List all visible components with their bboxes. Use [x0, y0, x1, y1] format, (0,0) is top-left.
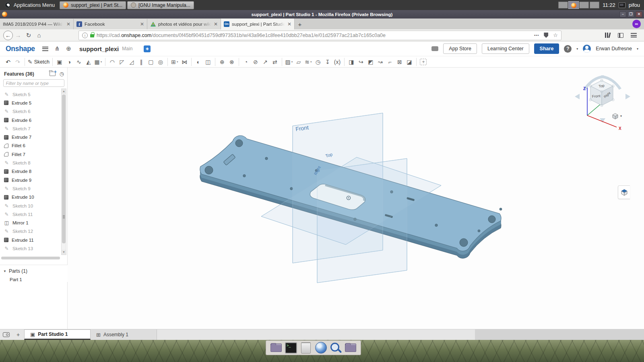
modify-fillet-icon[interactable]: ◔	[241, 58, 251, 66]
linear-pattern-icon[interactable]: ⊞	[170, 58, 180, 66]
scrollbar-thumb[interactable]	[62, 95, 66, 243]
https-lock-icon[interactable]	[90, 34, 94, 37]
parts-header[interactable]: ▼ Parts (1)	[3, 268, 68, 274]
mirror-icon[interactable]: ⋈	[180, 58, 189, 66]
comments-icon[interactable]	[431, 46, 438, 51]
library-icon[interactable]	[605, 33, 611, 38]
rib-icon[interactable]: ∥	[136, 58, 146, 66]
panel-flyout-button[interactable]	[618, 185, 630, 199]
back-button[interactable]: ←	[3, 31, 13, 40]
home-button[interactable]: ⌂	[34, 32, 44, 39]
help-caret-icon[interactable]: ▾	[576, 47, 578, 51]
reload-button[interactable]: ↻	[23, 32, 34, 39]
applications-menu-button[interactable]: Applications Menu	[0, 0, 60, 10]
create-version-icon[interactable]: ⊕	[66, 45, 71, 52]
feature-item[interactable]: Fillet 6	[0, 142, 61, 150]
feature-item[interactable]: Extrude 9	[0, 176, 61, 184]
forward-button[interactable]: →	[13, 32, 23, 39]
measure-icon[interactable]: ◷	[313, 58, 323, 66]
web-browser-icon[interactable]	[315, 342, 327, 354]
workspace-pager[interactable]	[558, 2, 599, 8]
document-badge-icon[interactable]: ◈	[144, 45, 151, 52]
sidebar-icon[interactable]	[618, 33, 623, 38]
minimize-button[interactable]: –	[619, 11, 626, 17]
boolean-icon[interactable]: ◐	[194, 58, 203, 66]
hole-icon[interactable]: ◎	[156, 58, 165, 66]
part-item[interactable]: Part 1	[3, 274, 68, 282]
import-icon[interactable]: ↧	[323, 58, 332, 66]
extrude-icon[interactable]: ▣	[55, 58, 64, 66]
feature-item[interactable]: Sketch 8	[0, 158, 61, 167]
search-icon[interactable]	[330, 342, 342, 354]
feature-item[interactable]: Extrude 5	[0, 99, 61, 107]
page-info-icon[interactable]: i	[82, 33, 88, 38]
onshape-menu-icon[interactable]	[42, 47, 48, 51]
feature-list-scrollbar[interactable]: ▲ ▼	[61, 88, 66, 255]
feature-item[interactable]: Sketch 13	[0, 244, 61, 253]
taskbar-window-gimp[interactable]: [GNU Image Manipula...	[127, 1, 194, 9]
custom-feature-icon[interactable]: +	[419, 58, 428, 66]
scroll-down-icon[interactable]: ▼	[62, 250, 66, 255]
shell-icon[interactable]: ▢	[146, 58, 156, 66]
feature-item[interactable]: Sketch 10	[0, 202, 61, 210]
feature-item[interactable]: Sketch 12	[0, 227, 61, 236]
feature-item[interactable]: Extrude 8	[0, 167, 61, 176]
feature-item[interactable]: Sketch 9	[0, 184, 61, 193]
workspace-4[interactable]	[590, 2, 599, 8]
avatar[interactable]	[583, 45, 591, 53]
feature-item[interactable]: Sketch 11	[0, 210, 61, 218]
sweep-icon[interactable]: ∿	[74, 58, 84, 66]
feature-item[interactable]: Extrude 10	[0, 193, 61, 202]
delete-part-icon[interactable]: ⊗	[227, 58, 237, 66]
url-bar[interactable]: i https://cad.onshape.com/documents/0f45…	[78, 31, 561, 40]
redo-icon[interactable]: ↷	[13, 58, 23, 66]
new-tab-button[interactable]: +	[295, 20, 305, 29]
feature-item[interactable]: Sketch 6	[0, 107, 61, 116]
fillet-icon[interactable]: ◠	[107, 58, 117, 66]
terminal-icon[interactable]	[285, 342, 297, 354]
workspace-name[interactable]: Main	[122, 46, 132, 51]
browser-tab-onshape[interactable]: On support_plexi | Part Studio ✕	[221, 19, 295, 29]
workspace-3[interactable]	[579, 2, 589, 8]
fill-surface-icon[interactable]: ▨	[284, 58, 294, 66]
thicken-icon[interactable]: ▦	[93, 58, 103, 66]
browser-tab-facebook[interactable]: f Facebook ✕	[74, 19, 147, 29]
feature-filter-input[interactable]	[3, 79, 64, 87]
transform-icon[interactable]: ⊕	[217, 58, 227, 66]
graphics-viewport[interactable]: Front Top Right Y	[68, 68, 644, 329]
page-actions-icon[interactable]: •••	[534, 33, 539, 37]
feature-item[interactable]: Extrude 7	[0, 133, 61, 141]
documents-folder-icon[interactable]	[345, 342, 357, 354]
tab-close-icon[interactable]: ✕	[140, 21, 144, 27]
learning-center-button[interactable]: Learning Center	[482, 43, 529, 54]
draft-icon[interactable]: ◿	[127, 58, 136, 66]
browser-tab-wiki[interactable]: IMA5 2018/2019 P44 — Wiki d ✕	[0, 19, 74, 29]
browser-tab-drive[interactable]: photos et vidéos pour wiki ✕	[147, 19, 221, 29]
feature-list-hscrollbar[interactable]	[1, 257, 60, 259]
revolve-icon[interactable]: ◑	[64, 58, 74, 66]
help-button[interactable]: ?	[564, 45, 572, 53]
extend-surface-icon[interactable]: ◪	[405, 58, 414, 66]
feature-item[interactable]: Mirror 1	[0, 218, 61, 227]
helix-icon[interactable]: ≋	[303, 58, 313, 66]
curve-icon[interactable]: ↪	[356, 58, 366, 66]
app-store-button[interactable]: App Store	[443, 43, 477, 54]
insert-element-button[interactable]: +	[12, 329, 24, 340]
share-button[interactable]: Share	[534, 43, 559, 54]
feature-item[interactable]: Extrude 11	[0, 236, 61, 244]
feature-item[interactable]: Sketch 5	[0, 90, 61, 99]
composite-curve-icon[interactable]: ⊠	[395, 58, 405, 66]
trim-curve-icon[interactable]: ⌐	[385, 58, 395, 66]
undo-icon[interactable]: ↶	[3, 58, 13, 66]
close-button[interactable]: ✕	[636, 11, 642, 17]
taskbar-window-firefox[interactable]: support_plexi | Part St...	[60, 1, 126, 9]
view-cube[interactable]: Y Top Front Right Z X	[572, 72, 640, 132]
versions-icon[interactable]: ⋔	[55, 45, 60, 52]
delete-face-icon[interactable]: ⊘	[251, 58, 260, 66]
insert-folder-icon[interactable]	[50, 72, 56, 76]
url-text[interactable]: https://cad.onshape.com/documents/0f45bf…	[97, 33, 532, 38]
manage-tabs-icon[interactable]	[0, 329, 12, 340]
feature-item[interactable]: Extrude 6	[0, 116, 61, 124]
view-options-button[interactable]: ▾	[612, 113, 622, 119]
user-caret-icon[interactable]: ▾	[637, 47, 638, 51]
